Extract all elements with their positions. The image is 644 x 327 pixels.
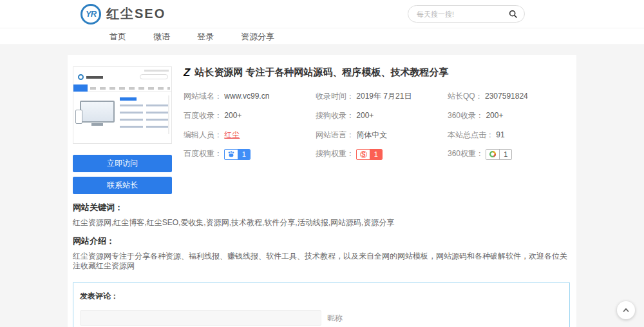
intro-heading: 网站介绍：: [73, 235, 570, 247]
site-info-grid: 网站域名： www.vc99.cn 收录时间： 2019年 7月21日 站长QQ…: [184, 86, 570, 164]
sogou-weight-value: 1: [370, 150, 382, 159]
search-box: [408, 5, 525, 23]
info-sogou-weight: 搜狗权重： S 1: [316, 148, 448, 159]
so360-weight-value: 1: [499, 150, 511, 159]
info-360-indexed: 360收录： 200+: [448, 110, 580, 121]
brand-logo[interactable]: YR 红尘SEO: [80, 4, 166, 25]
nickname-input[interactable]: [80, 310, 321, 326]
nickname-label: 昵称: [327, 313, 343, 324]
thumb-list-heading-decoration: [120, 97, 137, 101]
thumb-link-list-decoration: [120, 104, 143, 130]
keywords-text: 红尘资源网,红尘博客,红尘SEO,爱收集,资源网,技术教程,软件分享,活动线报,…: [73, 218, 570, 228]
thumb-nav-decoration: [73, 84, 172, 92]
thumb-search-decoration: [140, 74, 168, 79]
back-to-top-button[interactable]: [617, 301, 635, 319]
site-favicon-icon: Z: [184, 67, 190, 78]
info-editor: 编辑人员： 红尘: [184, 130, 316, 141]
comment-heading: 发表评论：: [80, 291, 563, 302]
so360-weight-badge: 1: [486, 149, 512, 160]
thumb-monitor-stand: [91, 123, 103, 126]
visit-site-button[interactable]: 立即访问: [73, 155, 172, 172]
thumb-tabs-decoration: [90, 87, 170, 90]
search-input[interactable]: [417, 10, 507, 18]
page-title: Z 站长资源网 专注于各种网站源码、程序模板、技术教程分享: [184, 66, 570, 78]
baidu-weight-badge: 1: [224, 149, 251, 160]
sogou-weight-badge: S 1: [356, 149, 383, 160]
brand-logo-circle-icon: YR: [80, 4, 101, 25]
info-webmaster-qq: 站长QQ： 2307591824: [448, 91, 580, 102]
thumb-logo-text-decoration: [86, 76, 103, 79]
info-baidu-indexed: 百度收录： 200+: [184, 110, 316, 121]
thumb-link-list-decoration: [146, 104, 169, 130]
so360-ring-icon: [486, 150, 499, 159]
chevron-up-icon: [621, 306, 630, 315]
thumb-scrollbar-decoration: [168, 95, 169, 134]
brand-monogram: YR: [86, 9, 96, 19]
search-icon: [509, 10, 518, 19]
brand-name: 红尘SEO: [106, 5, 166, 23]
thumb-topbar-decoration: [144, 70, 169, 72]
info-360-weight: 360权重： 1: [448, 148, 580, 159]
info-domain: 网站域名： www.vc99.cn: [184, 91, 316, 102]
comment-form: 发表评论： 昵称 邮件地址 (选填) 个人主页 (选填): [73, 282, 570, 327]
info-total-clicks: 本站总点击： 91: [448, 130, 580, 141]
thumb-phone-illustration: [75, 110, 82, 124]
top-header: YR 红尘SEO: [0, 0, 644, 28]
site-title-text: 站长资源网 专注于各种网站源码、程序模板、技术教程分享: [194, 66, 448, 78]
contact-webmaster-button[interactable]: 联系站长: [73, 177, 172, 194]
site-detail-card: 立即访问 联系站长 Z 站长资源网 专注于各种网站源码、程序模板、技术教程分享 …: [68, 55, 576, 327]
info-sogou-indexed: 搜狗收录： 200+: [316, 110, 448, 121]
search-button[interactable]: [507, 8, 519, 20]
thumb-active-tab-decoration: [73, 84, 88, 92]
thumb-monitor-illustration: [80, 101, 115, 123]
baidu-weight-value: 1: [238, 150, 250, 159]
info-included-date: 收录时间： 2019年 7月21日: [316, 91, 448, 102]
intro-text: 红尘资源网专注于分享各种资源、福利线报、赚钱线报、软件工具、技术教程，以及来自全…: [73, 252, 570, 271]
nav-item-login[interactable]: 登录: [197, 28, 214, 45]
sogou-s-icon: S: [357, 150, 370, 159]
thumb-logo-icon: [78, 74, 84, 80]
baidu-paw-icon: [225, 150, 238, 159]
nav-item-weiyu[interactable]: 微语: [153, 28, 170, 45]
nav-item-home[interactable]: 首页: [109, 28, 126, 45]
info-baidu-weight: 百度权重： 1: [184, 148, 316, 159]
main-nav: 首页 微语 登录 资源分享: [0, 28, 644, 45]
nav-item-resources[interactable]: 资源分享: [241, 28, 274, 45]
keywords-heading: 网站关键词：: [73, 202, 570, 213]
site-thumbnail-preview[interactable]: [73, 66, 172, 144]
editor-link[interactable]: 红尘: [224, 130, 240, 139]
info-language: 网站语言： 简体中文: [316, 130, 448, 141]
